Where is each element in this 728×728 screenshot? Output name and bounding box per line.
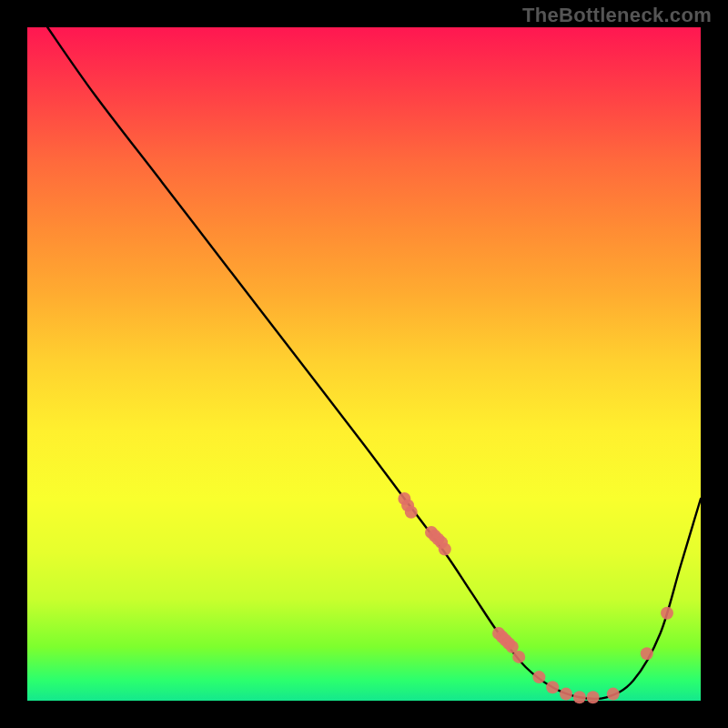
data-point: [439, 543, 451, 556]
data-point: [546, 681, 559, 693]
data-point: [532, 671, 545, 683]
data-point: [587, 691, 600, 703]
plot-area: [27, 27, 701, 701]
data-point: [661, 607, 673, 620]
data-points: [398, 492, 673, 703]
data-point: [560, 688, 572, 701]
data-point: [641, 647, 653, 660]
watermark-text: TheBottleneck.com: [522, 4, 712, 27]
bottleneck-curve: [47, 27, 701, 699]
chart-overlay: [27, 27, 701, 701]
data-point: [512, 651, 525, 663]
data-point: [405, 506, 418, 519]
data-point: [607, 688, 620, 701]
chart-figure: TheBottleneck.com: [0, 0, 728, 728]
data-point: [573, 691, 586, 703]
